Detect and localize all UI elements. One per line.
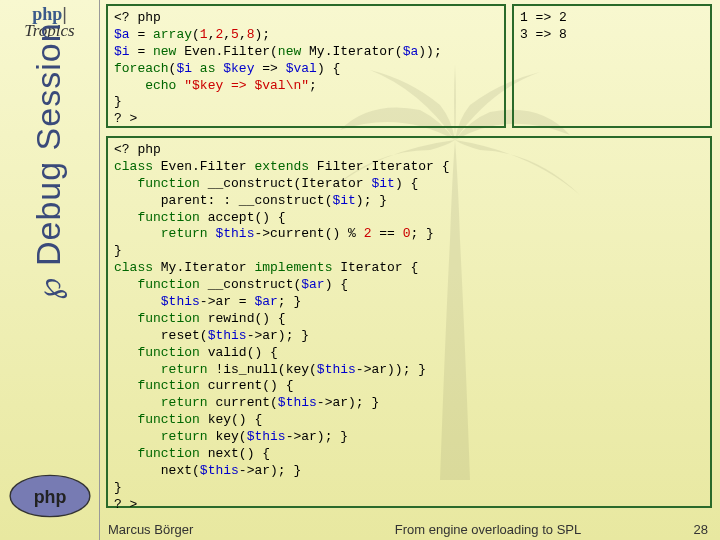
usage-code-block: <? php $a = array(1,2,5,8); $i = new Eve… bbox=[106, 4, 506, 128]
slide-title-text: Debug Session bbox=[29, 22, 67, 266]
slide-title: ℘ Debug Session bbox=[29, 22, 68, 299]
loop-symbol: ℘ bbox=[31, 277, 67, 300]
footer-title: From engine overloading to SPL bbox=[308, 522, 668, 537]
output-block: 1 => 2 3 => 8 bbox=[512, 4, 712, 128]
footer-author: Marcus Börger bbox=[108, 522, 308, 537]
footer: Marcus Börger From engine overloading to… bbox=[0, 518, 720, 540]
svg-text:php: php bbox=[34, 487, 67, 507]
class-code-block: <? php class Even.Filter extends Filter.… bbox=[106, 136, 712, 508]
php-logo: php bbox=[8, 474, 92, 518]
sidebar: php| Tropics ℘ Debug Session php bbox=[0, 0, 100, 540]
footer-page: 28 bbox=[668, 522, 708, 537]
content-area: <? php $a = array(1,2,5,8); $i = new Eve… bbox=[100, 0, 720, 540]
output-text: 1 => 2 3 => 8 bbox=[520, 10, 567, 42]
